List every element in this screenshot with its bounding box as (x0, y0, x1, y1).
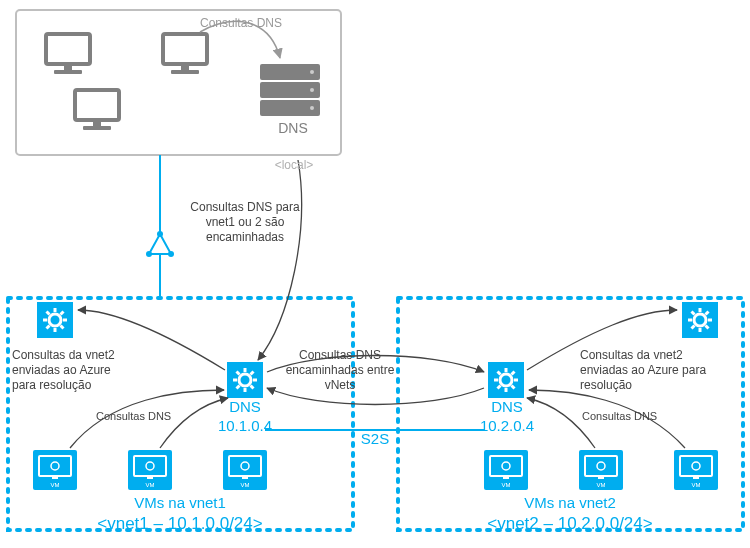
monitor-icon (46, 34, 90, 74)
arrow-onprem-to-dns1 (258, 160, 302, 360)
dns1-icon (227, 362, 263, 398)
monitor-icon (75, 90, 119, 130)
monitor-icon (163, 34, 207, 74)
dns2-ip: 10.2.0.4 (480, 417, 534, 434)
vnet1-resolve-label: Consultas da vnet2 enviadas ao Azure par… (12, 348, 132, 393)
vm-icon (674, 450, 718, 490)
dns2-name: DNS (491, 398, 523, 415)
onprem-query-label: Consultas DNS (200, 16, 282, 31)
vnet2-footer: VMs na vnet2 <vnet2 – 10.2.0.0/24> (450, 494, 690, 534)
vm-icon (579, 450, 623, 490)
server-icon (260, 64, 320, 116)
vnet2-resolve-label: Consultas da vnet2 enviadas ao Azure par… (580, 348, 710, 393)
vnet2-cidr: <vnet2 – 10.2.0.0/24> (450, 513, 690, 534)
svg-point-26 (168, 251, 174, 257)
dns1-label: DNS 10.1.0.4 (210, 398, 280, 436)
vnet2-vms-label: VMs na vnet2 (450, 494, 690, 513)
vnet2-query-label: Consultas DNS (582, 410, 657, 424)
vnet1-query-label: Consultas DNS (96, 410, 171, 424)
vnet1-cidr: <vnet1 – 10.1.0.0/24> (60, 513, 300, 534)
onprem-server-label: DNS (268, 120, 318, 138)
vpn-gateway-icon (146, 231, 174, 257)
vnet1-footer: VMs na vnet1 <vnet1 – 10.1.0.0/24> (60, 494, 300, 534)
dns2-label: DNS 10.2.0.4 (472, 398, 542, 436)
onprem-subtitle: <local> (244, 158, 344, 173)
vpn-forward-label: Consultas DNS para vnet1 ou 2 são encami… (180, 200, 310, 245)
svg-point-25 (157, 231, 163, 237)
dns2-icon (488, 362, 524, 398)
s2s-label: S2S (340, 430, 410, 449)
vm-icon (128, 450, 172, 490)
svg-point-27 (146, 251, 152, 257)
vm-icon (33, 450, 77, 490)
dns1-name: DNS (229, 398, 261, 415)
vm-icon (484, 450, 528, 490)
vm-icon (223, 450, 267, 490)
dns1-ip: 10.1.0.4 (218, 417, 272, 434)
vnet-link-forward-label: Consultas DNS encaminhadas entre vNets (285, 348, 395, 393)
azure-resolver-icon (682, 302, 718, 338)
diagram-canvas: VM (0, 0, 750, 548)
vnet1-vms-label: VMs na vnet1 (60, 494, 300, 513)
azure-resolver-icon (37, 302, 73, 338)
